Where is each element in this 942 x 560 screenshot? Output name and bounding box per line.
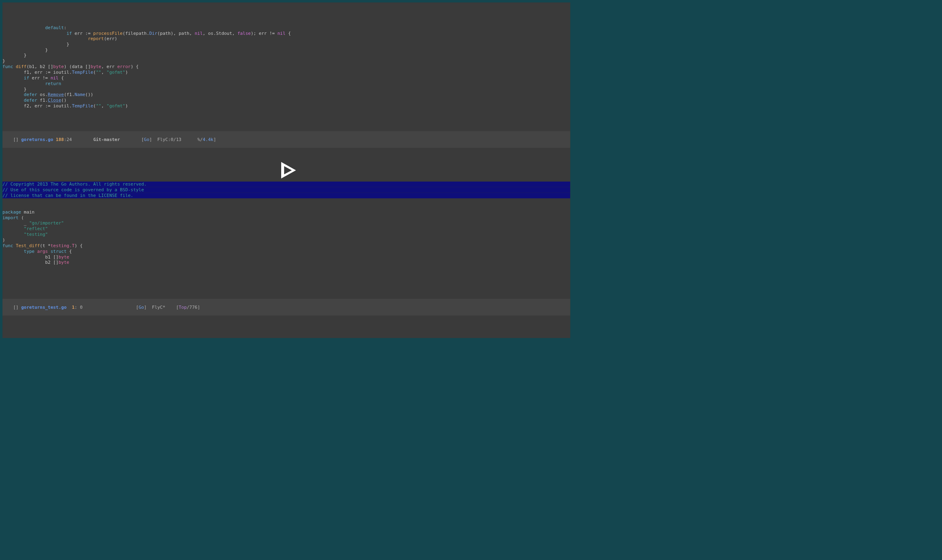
statusbar-top: [] goreturns.go 188:24 Git-master [Go] F… [2,131,570,148]
code-line: if err := processFile(filepath.Dir(path)… [2,30,570,36]
code-line: f2, err := ioutil.TempFile("", "gofmt") [2,103,570,109]
code-line: b1 []byte [2,254,570,260]
code-line: defer f1.Close() [2,98,570,103]
status-prefix: [] [13,137,21,142]
code-line: "testing" [2,232,570,237]
flycheck-status: FlyC* [152,304,165,310]
code-line: f1, err := ioutil.TempFile("", "gofmt") [2,70,570,75]
code-line: } [2,53,570,58]
statusbar-bottom: [] goreturns_test.go 1: 0 [Go] FlyC* [To… [2,299,570,316]
code-line: return [2,81,570,86]
buffer-name: goreturns.go [21,137,53,142]
code-line: _ "go/importer" [2,220,570,226]
selected-line: // license that can be found in the LICE… [2,192,570,198]
flycheck-status: FlyC:0/13 [157,137,181,142]
code-line: } [2,86,570,92]
code-line: import ( [2,215,570,221]
line-number: 188 [56,137,64,142]
play-button[interactable] [271,156,301,185]
major-mode: Go [139,304,144,310]
major-mode: Go [144,137,149,142]
pct-sep: %/ [197,137,203,142]
code-line: defer os.Remove(f1.Name()) [2,92,570,98]
status-prefix: [] [13,304,21,310]
code-line: report(err) [2,36,570,42]
code-line: default: [2,25,570,30]
code-line: } [2,58,570,64]
column-number: 24 [66,137,72,142]
code-line: } [2,42,570,47]
column-number: 0 [77,304,83,310]
buffer-name: goreturns_test.go [21,304,66,310]
bottom-pane[interactable]: // Copyright 2013 The Go Authors. All ri… [2,170,570,276]
code-line: ) [2,237,570,243]
code-line: type args struct { [2,248,570,254]
code-line: func diff(b1, b2 []byte) (data []byte, e… [2,64,570,70]
code-line: "reflect" [2,226,570,232]
code-line: func Test_diff(t *testing.T) { [2,243,570,249]
scroll-position: Top [179,304,187,310]
code-line: b2 []byte [2,260,570,265]
top-pane[interactable]: default: if err := processFile(filepath.… [2,25,570,109]
selected-line: // Use of this source code is governed b… [2,187,570,193]
git-branch: Git-master [93,137,120,142]
play-icon [271,156,301,185]
file-size: 776 [189,304,197,310]
code-line: package main [2,209,570,215]
file-size: 4.4k [203,137,213,142]
code-line: if err != nil { [2,75,570,81]
code-line: } [2,47,570,53]
